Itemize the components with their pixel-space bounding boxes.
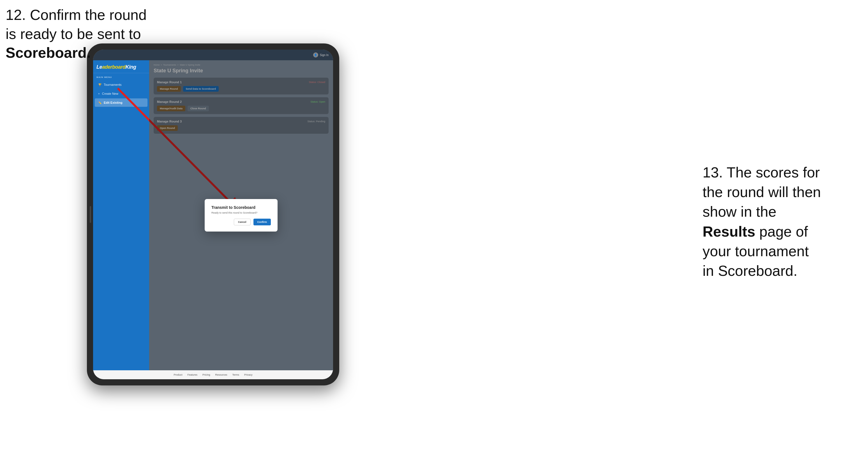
footer-link-features[interactable]: Features [187, 373, 197, 376]
trophy-icon: 🏆 [98, 83, 101, 86]
plus-icon: + [98, 92, 100, 95]
screen-content: 👤 Sign In LeaderboardKing MAIN MENU 🏆 [93, 50, 333, 379]
sidebar-item-create-new[interactable]: + Create New [95, 89, 148, 98]
sidebar-edit-label: Edit Existing [104, 101, 123, 104]
user-avatar-icon: 👤 [313, 53, 318, 58]
edit-icon: ✏️ [98, 101, 101, 104]
sign-in-label[interactable]: Sign In [320, 54, 329, 57]
modal-body: Ready to send this round to Scoreboard? [211, 211, 271, 214]
modal-overlay: Transmit to Scoreboard Ready to send thi… [149, 60, 333, 370]
sidebar: LeaderboardKing MAIN MENU 🏆 Tournaments … [93, 60, 149, 370]
main-layout: LeaderboardKing MAIN MENU 🏆 Tournaments … [93, 60, 333, 370]
tablet-device: 👤 Sign In LeaderboardKing MAIN MENU 🏆 [87, 43, 339, 385]
footer-link-pricing[interactable]: Pricing [203, 373, 210, 376]
main-content: Home > Tournaments > State U Spring Invi… [149, 60, 333, 370]
cancel-button[interactable]: Cancel [234, 219, 251, 225]
sidebar-create-label: Create New [102, 92, 118, 95]
sidebar-item-edit-existing[interactable]: ✏️ Edit Existing [95, 98, 148, 107]
footer-link-privacy[interactable]: Privacy [244, 373, 253, 376]
camera-bump [90, 206, 91, 223]
footer-link-resources[interactable]: Resources [215, 373, 227, 376]
transmit-modal: Transmit to Scoreboard Ready to send thi… [205, 199, 278, 231]
annotation-right: 13. The scores forthe round will thensho… [703, 163, 860, 281]
logo-text: LeaderboardKing [96, 64, 146, 70]
modal-title: Transmit to Scoreboard [211, 205, 271, 210]
modal-actions: Cancel Confirm [211, 219, 271, 225]
sidebar-item-tournaments[interactable]: 🏆 Tournaments [95, 81, 148, 89]
tablet-screen: 👤 Sign In LeaderboardKing MAIN MENU 🏆 [93, 50, 333, 379]
user-area[interactable]: 👤 Sign In [313, 53, 329, 58]
footer: Product Features Pricing Resources Terms… [93, 370, 333, 379]
footer-link-terms[interactable]: Terms [232, 373, 240, 376]
footer-link-product[interactable]: Product [174, 373, 182, 376]
sidebar-tournaments-label: Tournaments [104, 83, 122, 86]
annotation-top-left: 12. Confirm the round is ready to be sen… [6, 6, 147, 63]
sidebar-section-label: MAIN MENU [93, 73, 149, 80]
confirm-button[interactable]: Confirm [253, 219, 271, 225]
